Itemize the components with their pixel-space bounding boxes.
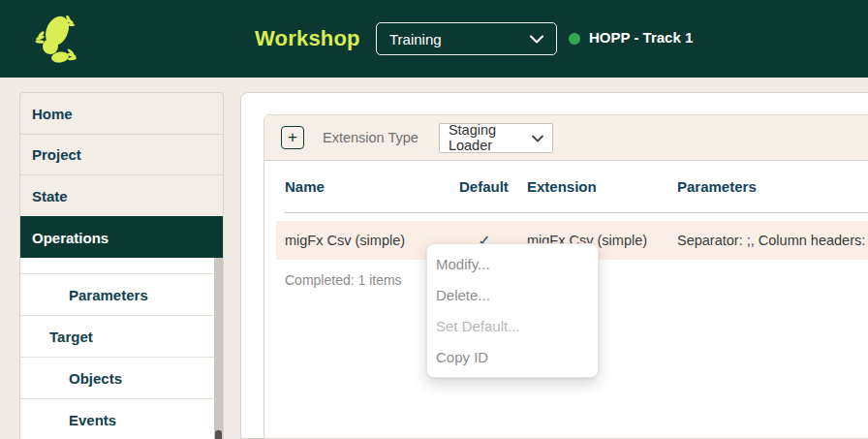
frog-logo-icon <box>27 8 85 70</box>
column-header-default: Default <box>459 178 527 195</box>
sidebar-scrollbar-thumb[interactable] <box>215 430 222 439</box>
sidebar-item-state[interactable]: State <box>20 174 223 216</box>
sidebar: Home Project State Operations Parameters… <box>19 92 224 439</box>
app-window: Workshop Training HOPP - Track 1 Home Pr… <box>0 0 868 439</box>
environment-select[interactable]: Training <box>376 22 557 55</box>
connection-status-icon <box>569 33 580 45</box>
sidebar-item-operations[interactable]: Operations <box>20 216 223 258</box>
context-menu: Modify... Delete... Set Default... Copy … <box>426 243 599 378</box>
add-extension-button[interactable]: + <box>281 126 304 149</box>
chevron-down-icon <box>532 130 543 145</box>
sidebar-item-objects[interactable]: Objects <box>20 357 223 398</box>
menu-item-delete[interactable]: Delete... <box>427 279 598 310</box>
sidebar-item-target[interactable]: Target <box>20 315 223 357</box>
status-badge: HOPP - Track 1 <box>589 29 693 46</box>
sidebar-scrollbar[interactable] <box>214 258 223 439</box>
extensions-toolbar: + Extension Type Staging Loader <box>264 115 868 161</box>
sidebar-partial-row <box>20 258 223 273</box>
menu-item-modify[interactable]: Modify... <box>427 248 598 279</box>
sidebar-item-events[interactable]: Events <box>20 398 223 439</box>
column-header-name: Name <box>285 178 459 195</box>
plus-icon: + <box>288 129 297 145</box>
extension-type-select-value: Staging Loader <box>449 122 532 153</box>
page-title: Workshop <box>255 26 360 51</box>
app-header: Workshop Training HOPP - Track 1 <box>0 0 868 78</box>
sidebar-item-parameters[interactable]: Parameters <box>20 273 223 315</box>
cell-parameters: Separator: ;, Column headers: <box>677 233 868 248</box>
extension-type-label: Extension Type <box>323 130 418 145</box>
column-header-extension: Extension <box>527 178 677 195</box>
menu-item-set-default: Set Default... <box>427 311 598 342</box>
sidebar-subsection: Parameters Target Objects Events <box>20 258 223 439</box>
menu-item-copy-id[interactable]: Copy ID <box>427 342 598 373</box>
extension-type-select[interactable]: Staging Loader <box>439 123 553 153</box>
environment-select-value: Training <box>389 31 442 47</box>
sidebar-item-home[interactable]: Home <box>20 93 223 134</box>
chevron-down-icon <box>530 35 543 44</box>
column-header-parameters: Parameters <box>677 178 868 195</box>
table-header-row: Name Default Extension Parameters <box>285 161 868 213</box>
sidebar-item-project[interactable]: Project <box>20 134 223 174</box>
